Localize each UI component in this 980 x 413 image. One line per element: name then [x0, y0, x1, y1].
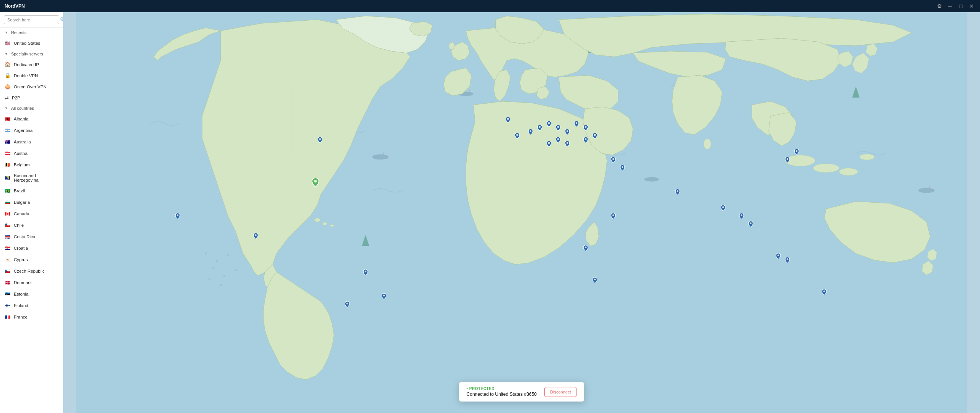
- sidebar-item-belgium[interactable]: 🇧🇪 Belgium: [0, 159, 63, 171]
- map-pin-east-eu3[interactable]: [593, 133, 597, 140]
- svg-point-68: [567, 142, 568, 144]
- map-pin-south-africa[interactable]: [593, 277, 597, 285]
- sidebar-item-czech-republic[interactable]: 🇨🇿 Czech Republic: [0, 265, 63, 277]
- sidebar-item-denmark[interactable]: 🇩🇰 Denmark: [0, 277, 63, 288]
- disconnect-button[interactable]: Disconnect: [544, 387, 577, 397]
- map-pin-se-asia2[interactable]: [739, 213, 744, 221]
- svg-point-62: [576, 122, 578, 124]
- map-pin-africa2[interactable]: [583, 245, 588, 253]
- sidebar-item-estonia[interactable]: 🇪🇪 Estonia: [0, 288, 63, 300]
- map-pin-us-west[interactable]: [175, 213, 180, 221]
- map-pin-australia1[interactable]: [776, 253, 781, 261]
- minimize-button[interactable]: ─: [946, 2, 954, 10]
- sidebar-item-costa-rica[interactable]: 🇨🇷 Costa Rica: [0, 231, 63, 242]
- sidebar-item-argentina[interactable]: 🇦🇷 Argentina: [0, 125, 63, 136]
- sidebar-item-united-states[interactable]: 🇺🇸 United States: [0, 37, 63, 49]
- country-label: France: [14, 315, 28, 319]
- country-label: Australia: [14, 140, 31, 144]
- map-pin-central-eu3[interactable]: [565, 129, 570, 137]
- map-pin-central-eu2[interactable]: [556, 125, 560, 132]
- maximize-button[interactable]: □: [957, 2, 965, 10]
- flag-cyprus: 🇨🇾: [5, 257, 11, 263]
- map-pin-west-eu3[interactable]: [537, 125, 542, 132]
- map-pin-india[interactable]: [675, 189, 680, 197]
- map-pin-central-eu1[interactable]: [547, 121, 551, 128]
- search-box: 🔍: [4, 15, 59, 24]
- map-pin-se-asia3[interactable]: [748, 221, 753, 229]
- sidebar-item-canada[interactable]: 🇨🇦 Canada: [0, 208, 63, 220]
- map-pin-west-eu1[interactable]: [515, 133, 519, 140]
- map-pin-south-korea[interactable]: [785, 157, 790, 164]
- window-controls: ⚙ ─ □ ✕: [936, 2, 975, 10]
- status-server-label: Connected to United States #3650: [467, 392, 537, 397]
- svg-point-49: [177, 215, 179, 216]
- country-label: Brazil: [14, 189, 25, 193]
- map-pin-nz[interactable]: [822, 289, 826, 297]
- sidebar-all-countries[interactable]: ▼ All countries: [0, 103, 63, 113]
- svg-point-67: [557, 138, 559, 140]
- sidebar-scroll[interactable]: ▼ Recents 🇺🇸 United States ▼ Specialty s…: [0, 28, 63, 413]
- map-pin-se-asia1[interactable]: [721, 205, 725, 213]
- map-pin-canada[interactable]: [318, 137, 322, 145]
- chevron-icon-countries: ▼: [5, 106, 8, 110]
- map-pin-mexico[interactable]: [253, 233, 258, 241]
- sidebar-item-brazil[interactable]: 🇧🇷 Brazil: [0, 185, 63, 197]
- sidebar-item-chile[interactable]: 🇨🇱 Chile: [0, 220, 63, 231]
- map-pin-south-eu2[interactable]: [556, 137, 560, 145]
- sidebar-item-austria[interactable]: 🇦🇹 Austria: [0, 148, 63, 159]
- map-pin-japan[interactable]: [794, 149, 799, 156]
- sidebar-item-p2p[interactable]: ⇄ P2P: [0, 92, 63, 103]
- close-button[interactable]: ✕: [968, 2, 975, 10]
- map-pin-west-eu2[interactable]: [528, 129, 533, 137]
- settings-button[interactable]: ⚙: [936, 2, 943, 10]
- map-pin-middle-east1[interactable]: [611, 157, 616, 164]
- svg-point-48: [314, 180, 317, 182]
- map-pin-east-eu2[interactable]: [583, 125, 588, 132]
- sidebar-item-albania[interactable]: 🇦🇱 Albania: [0, 113, 63, 125]
- sidebar-item-bosnia-and-herzegovina[interactable]: 🇧🇦 Bosnia and Herzegovina: [0, 171, 63, 185]
- map-pin-uk[interactable]: [506, 117, 510, 124]
- svg-point-53: [346, 302, 348, 304]
- flag-argentina: 🇦🇷: [5, 127, 11, 133]
- sidebar-item-croatia[interactable]: 🇭🇷 Croatia: [0, 242, 63, 254]
- search-input[interactable]: [7, 18, 60, 22]
- map-area: PROTECTED Connected to United States #36…: [63, 12, 980, 413]
- sidebar-item-dedicated-ip[interactable]: 🏠 Dedicated IP: [0, 59, 63, 70]
- svg-point-50: [319, 138, 321, 140]
- map-pin-africa1[interactable]: [611, 213, 616, 221]
- country-label: Canada: [14, 211, 29, 216]
- map-pin-australia2[interactable]: [785, 257, 790, 265]
- svg-point-61: [567, 130, 568, 132]
- flag-bulgaria: 🇧🇬: [5, 199, 11, 205]
- map-pin-brazil[interactable]: [363, 269, 368, 277]
- svg-point-63: [585, 126, 587, 128]
- map-pin-chile[interactable]: [345, 301, 350, 309]
- sidebar-item-australia[interactable]: 🇦🇺 Australia: [0, 136, 63, 148]
- svg-point-77: [796, 150, 798, 152]
- map-pin-south-eu3[interactable]: [565, 141, 570, 148]
- flag-albania: 🇦🇱: [5, 116, 11, 122]
- country-label: Cyprus: [14, 257, 28, 262]
- map-pin-us-current[interactable]: [312, 178, 319, 189]
- sidebar-item-cyprus[interactable]: 🇨🇾 Cyprus: [0, 254, 63, 265]
- svg-point-74: [750, 222, 752, 224]
- svg-point-52: [365, 270, 367, 272]
- map-pin-middle-east2[interactable]: [620, 165, 625, 172]
- map-pin-south-eu1[interactable]: [547, 141, 551, 148]
- map-pin-south-am[interactable]: [382, 293, 386, 301]
- sidebar-item-double-vpn[interactable]: 🔒 Double VPN: [0, 70, 63, 81]
- svg-point-65: [585, 138, 587, 140]
- map-pin-east-eu1[interactable]: [574, 121, 579, 128]
- sidebar-item-bulgaria[interactable]: 🇧🇬 Bulgaria: [0, 197, 63, 208]
- search-container: 🔍: [0, 12, 63, 28]
- country-label: Austria: [14, 151, 28, 156]
- sidebar-item-onion-vpn[interactable]: 🧅 Onion Over VPN: [0, 81, 63, 92]
- sidebar-item-france[interactable]: 🇫🇷 France: [0, 311, 63, 323]
- map-pin-east-eu4[interactable]: [583, 137, 588, 145]
- onion-vpn-label: Onion Over VPN: [14, 85, 47, 89]
- sidebar-specialty-servers[interactable]: ▼ Specialty servers: [0, 49, 63, 59]
- map-pins-container: [63, 12, 980, 413]
- sidebar-item-finland[interactable]: 🇫🇮 Finland: [0, 300, 63, 311]
- sidebar-recents[interactable]: ▼ Recents: [0, 28, 63, 37]
- svg-point-76: [787, 259, 789, 260]
